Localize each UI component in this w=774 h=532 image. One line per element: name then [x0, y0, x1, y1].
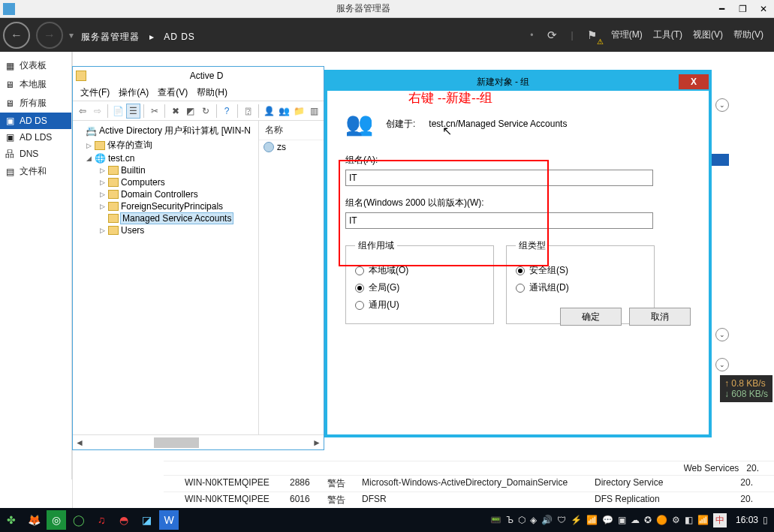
- up-icon[interactable]: 📄: [112, 104, 125, 118]
- view-menu[interactable]: 视图(V): [693, 29, 723, 41]
- tray-icon[interactable]: ✪: [644, 515, 652, 525]
- ok-button[interactable]: 确定: [560, 308, 622, 326]
- table-row[interactable]: Web Services20.: [164, 461, 774, 475]
- table-row[interactable]: WIN-N0KTEMQIPEE 6016 警告 DFSR DFS Replica…: [164, 491, 774, 508]
- minimize-button[interactable]: ━: [711, 1, 732, 17]
- dialog-titlebar[interactable]: 新建对象 - 组 X: [327, 73, 709, 91]
- tree-domain-controllers[interactable]: ▷Domain Controllers: [76, 188, 255, 200]
- maximize-button[interactable]: ❐: [732, 1, 753, 17]
- nav-local-server[interactable]: 🖥本地服: [0, 75, 71, 94]
- tray-icon[interactable]: 🟠: [656, 515, 667, 525]
- tray-icon[interactable]: 📟: [490, 515, 501, 525]
- taskbar-app[interactable]: W: [159, 510, 179, 530]
- nav-ad-lds[interactable]: ▣AD LDS: [0, 129, 71, 146]
- delete-icon[interactable]: ✖: [169, 104, 182, 118]
- taskbar-app[interactable]: ◯: [69, 510, 89, 530]
- groupname-input[interactable]: [345, 170, 653, 186]
- taskbar-app[interactable]: ◎: [47, 510, 66, 530]
- cancel-button[interactable]: 取消: [629, 308, 691, 326]
- new-group-icon[interactable]: 👥: [278, 104, 291, 118]
- tree-fsp[interactable]: ▷ForeignSecurityPrincipals: [76, 200, 255, 212]
- tray-icon[interactable]: ◈: [530, 515, 537, 525]
- tray-icon[interactable]: ⚙: [672, 515, 680, 525]
- menu-file[interactable]: 文件(F): [77, 85, 113, 101]
- back-button[interactable]: ←: [3, 22, 30, 49]
- type-security-radio[interactable]: 安全组(S): [516, 264, 645, 277]
- taskbar[interactable]: ✤ 🦊 ◎ ◯ ♫ ◓ ◪ W 📟 Ъ ⬡ ◈ 🔊 🛡 ⚡ 📶 💬 ▣ ☁ ✪ …: [0, 508, 774, 532]
- nav-ad-ds[interactable]: ▣AD DS: [0, 113, 71, 129]
- nav-dns[interactable]: 品DNS: [0, 146, 71, 162]
- tray-icon[interactable]: ⚡: [571, 515, 582, 525]
- nav-all-servers[interactable]: 🖥所有服: [0, 94, 71, 113]
- tray-icon[interactable]: 📶: [586, 515, 598, 525]
- tray-icon[interactable]: Ъ: [506, 515, 513, 525]
- tree-domain[interactable]: ◢🌐test.cn: [76, 152, 255, 164]
- nav-dashboard[interactable]: ▦仪表板: [0, 56, 71, 75]
- tray-icon[interactable]: ☁: [631, 515, 640, 525]
- tray-icon[interactable]: 📶: [697, 515, 709, 525]
- tray-icon[interactable]: 🛡: [557, 515, 566, 525]
- help-icon[interactable]: ?: [221, 104, 233, 118]
- table-row[interactable]: WIN-N0KTEMQIPEE 2886 警告 Microsoft-Window…: [164, 475, 774, 491]
- taskbar-app[interactable]: 🦊: [24, 510, 44, 530]
- refresh-icon[interactable]: ↻: [200, 104, 212, 118]
- menu-action[interactable]: 操作(A): [116, 85, 152, 101]
- tasks-dropdown-icon[interactable]: ⌄: [715, 358, 729, 371]
- dropdown-arrow-icon[interactable]: ▾: [69, 30, 74, 41]
- close-button[interactable]: ✕: [753, 1, 774, 17]
- groupname2000-input[interactable]: [345, 212, 653, 229]
- manage-menu[interactable]: 管理(M): [611, 29, 643, 41]
- tools-menu[interactable]: 工具(T): [653, 29, 682, 41]
- scroll-right-icon[interactable]: ►: [310, 436, 324, 449]
- tree-builtin[interactable]: ▷Builtin: [76, 164, 255, 176]
- taskbar-app[interactable]: ♫: [92, 510, 111, 530]
- tray-icon[interactable]: 💬: [602, 515, 613, 525]
- back-icon[interactable]: ⇦: [76, 104, 89, 118]
- nav-file-storage[interactable]: ▤文件和: [0, 162, 71, 181]
- tray-icon[interactable]: ▣: [618, 515, 626, 525]
- tree-users[interactable]: ▷Users: [76, 224, 255, 236]
- menu-view[interactable]: 查看(V): [155, 85, 191, 101]
- properties-icon[interactable]: ◩: [184, 104, 197, 118]
- clock[interactable]: 16:03: [736, 515, 758, 525]
- horizontal-scrollbar[interactable]: ◄ ►: [73, 434, 324, 449]
- show-desktop[interactable]: ▯: [763, 515, 768, 525]
- filter-icon[interactable]: ▥: [308, 104, 321, 118]
- scroll-thumb[interactable]: [154, 437, 199, 448]
- tree-managed-service-accounts[interactable]: Managed Service Accounts: [76, 212, 255, 224]
- menu-help[interactable]: 帮助(H): [194, 85, 230, 101]
- scroll-left-icon[interactable]: ◄: [73, 436, 86, 449]
- tasks-dropdown-icon[interactable]: ⌄: [715, 328, 729, 341]
- new-ou-icon[interactable]: 📁: [293, 104, 306, 118]
- notifications-flag-icon[interactable]: ⚑: [584, 27, 601, 44]
- tree-computers[interactable]: ▷Computers: [76, 176, 255, 188]
- refresh-icon[interactable]: ⟳: [544, 27, 561, 44]
- dialog-close-button[interactable]: X: [679, 74, 709, 89]
- tray-icon[interactable]: ◧: [685, 515, 693, 525]
- forward-button[interactable]: →: [36, 22, 63, 49]
- tree-root[interactable]: 📇Active Directory 用户和计算机 [WIN-N: [76, 124, 255, 138]
- cut-icon[interactable]: ✂: [148, 104, 161, 118]
- find-icon[interactable]: ⍰: [242, 104, 254, 118]
- col-name[interactable]: 名称: [259, 121, 324, 140]
- new-user-icon[interactable]: 👤: [263, 104, 276, 118]
- aduc-list[interactable]: 名称 zs: [259, 121, 324, 434]
- forward-icon[interactable]: ⇨: [91, 104, 104, 118]
- help-menu[interactable]: 帮助(V): [733, 29, 763, 41]
- type-distribution-radio[interactable]: 通讯组(D): [516, 281, 645, 294]
- list-icon[interactable]: ☰: [127, 104, 140, 118]
- scope-local-radio[interactable]: 本地域(O): [355, 264, 484, 277]
- taskbar-app[interactable]: ◓: [114, 510, 134, 530]
- scope-global-radio[interactable]: 全局(G): [355, 281, 484, 294]
- ime-indicator[interactable]: 中: [713, 513, 727, 527]
- taskbar-app[interactable]: ◪: [137, 510, 156, 530]
- system-tray[interactable]: 📟 Ъ ⬡ ◈ 🔊 🛡 ⚡ 📶 💬 ▣ ☁ ✪ 🟠 ⚙ ◧ 📶 中 16:03 …: [490, 513, 774, 527]
- tray-icon[interactable]: ⬡: [518, 515, 526, 525]
- taskbar-app[interactable]: ✤: [2, 510, 21, 530]
- tasks-dropdown-icon[interactable]: ⌄: [715, 98, 729, 112]
- tree-saved-queries[interactable]: ▷保存的查询: [76, 138, 255, 152]
- tray-icon[interactable]: 🔊: [541, 515, 553, 525]
- list-item[interactable]: zs: [259, 140, 324, 154]
- scope-universal-radio[interactable]: 通用(U): [355, 299, 484, 311]
- aduc-tree[interactable]: 📇Active Directory 用户和计算机 [WIN-N ▷保存的查询 ◢…: [73, 121, 259, 434]
